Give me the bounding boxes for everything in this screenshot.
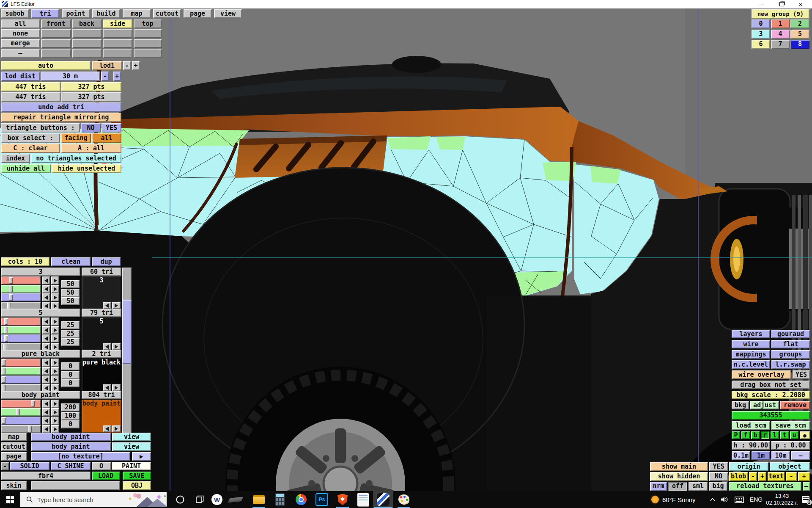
select-none-button[interactable]: none [1, 29, 40, 38]
text-label[interactable]: text [768, 472, 785, 481]
clear-selection-button[interactable]: C : clear [1, 144, 60, 153]
cutout-label[interactable]: cutout [1, 442, 27, 451]
green-slider[interactable] [1, 408, 41, 416]
text-minus-button[interactable]: - [786, 472, 797, 481]
view-front-button[interactable]: front [41, 19, 71, 28]
swatch-prev-button[interactable] [103, 425, 111, 432]
slider-dec-button[interactable] [42, 367, 50, 375]
origin-button[interactable]: origin [729, 462, 768, 471]
view-all-button[interactable]: all [1, 19, 40, 28]
grid-step-minus[interactable]: – [791, 451, 810, 460]
red-value[interactable]: 50 [61, 280, 80, 288]
red-slider[interactable] [1, 359, 41, 367]
swatch-next-button[interactable] [112, 302, 121, 309]
obj-export-button[interactable]: OBJ [123, 481, 151, 490]
group-1-button[interactable]: 1 [771, 19, 790, 28]
menu-tab-tri[interactable]: tri [31, 9, 59, 18]
unhide-all-button[interactable]: unhide all [1, 164, 51, 173]
slider-handle[interactable] [4, 335, 8, 342]
cols-count-button[interactable]: cols : 10 [1, 257, 49, 266]
group-2-button[interactable]: 2 [790, 19, 809, 28]
minimize-button[interactable]: – [756, 0, 769, 8]
group-6-button[interactable]: 6 [752, 40, 770, 49]
menu-tab-view[interactable]: view [214, 9, 242, 18]
page-label[interactable]: page [1, 452, 27, 461]
taskbar-app-chrome[interactable] [291, 491, 311, 508]
taskbar-app-photoshop[interactable]: Ps [312, 491, 332, 508]
slider-dec-button[interactable] [42, 359, 50, 367]
blue-slider[interactable] [1, 375, 41, 384]
menu-tab-build[interactable]: build [92, 9, 120, 18]
text-plus-button[interactable]: + [798, 472, 810, 481]
new-group-title[interactable]: new group (9) [752, 9, 809, 19]
wire-overlay-label[interactable]: wire overlay [732, 370, 791, 379]
red-value[interactable]: 200 [61, 403, 80, 411]
weather-widget[interactable]: 60°F Sunny [651, 491, 706, 508]
repair-triangle-mirroring-button[interactable]: repair triangle mirroring [1, 113, 121, 122]
close-button[interactable]: × [794, 0, 807, 8]
slider-inc-button[interactable] [51, 425, 59, 433]
slider-inc-button[interactable] [51, 285, 59, 293]
blob-label[interactable]: blob [729, 472, 748, 481]
mappings-button[interactable]: mappings [732, 350, 770, 359]
blob-minus-button[interactable]: - [749, 472, 757, 481]
taskbar-app-calculator[interactable] [270, 491, 290, 508]
lod-auto-button[interactable]: auto [1, 61, 91, 70]
nrm-sml-button[interactable]: sml [689, 482, 708, 491]
color-name[interactable]: body paint [1, 391, 80, 399]
object-button[interactable]: object [770, 462, 810, 471]
save-scm-button[interactable]: save scm [771, 421, 810, 430]
menu-tab-cutout[interactable]: cutout [153, 9, 181, 18]
groups-button[interactable]: groups [771, 350, 810, 359]
clean-button[interactable]: clean [51, 257, 91, 266]
lod-dist-value[interactable]: 30 m [41, 72, 100, 81]
group-0-button[interactable]: 0 [752, 19, 770, 28]
view-back-button[interactable]: back [72, 19, 102, 28]
view-preset-l[interactable]: l [771, 431, 779, 439]
slider-dec-button[interactable] [42, 318, 50, 326]
view-preset-b[interactable]: b [751, 431, 760, 439]
taskbar-app-lfs-editor-active[interactable] [373, 491, 393, 508]
slider-inc-button[interactable] [51, 417, 59, 425]
minus-row-button[interactable]: – [1, 49, 40, 58]
slider-inc-button[interactable] [51, 276, 59, 284]
menu-tab-subob[interactable]: subob [1, 9, 29, 18]
taskbar-app-paint[interactable] [394, 491, 414, 508]
slider-inc-button[interactable] [51, 359, 59, 367]
show-hidden-label[interactable]: show hidden [650, 472, 708, 481]
grid-step-10m[interactable]: 10m [771, 451, 790, 460]
view-preset-f[interactable]: f [741, 431, 750, 439]
view-side-button[interactable]: side [103, 19, 132, 28]
group-4-button[interactable]: 4 [771, 30, 790, 39]
swatch-prev-button[interactable] [103, 384, 111, 391]
page-texture-value[interactable]: [no texture] [31, 452, 130, 461]
slider-handle[interactable] [7, 303, 11, 309]
swatch-next-button[interactable] [112, 425, 121, 432]
lod-minus-button[interactable]: - [123, 61, 131, 70]
nrm-button[interactable]: nrm [650, 482, 667, 491]
menu-tab-point[interactable]: point [62, 9, 90, 18]
swatch-prev-button[interactable] [103, 343, 111, 350]
swatch-prev-button[interactable] [103, 302, 111, 309]
slider-handle[interactable] [31, 400, 35, 407]
slider-inc-button[interactable] [51, 408, 59, 416]
map-view-button[interactable]: view [112, 433, 151, 441]
slider-handle[interactable] [4, 327, 8, 333]
load-button[interactable]: LOAD [92, 472, 120, 480]
blue-value[interactable]: 25 [61, 338, 80, 346]
green-slider[interactable] [1, 326, 41, 334]
bkg-adjust-button[interactable]: adjust [750, 401, 779, 409]
gray-slider[interactable] [1, 425, 41, 433]
slider-inc-button[interactable] [51, 334, 59, 342]
view-preset-u[interactable]: u [790, 431, 798, 439]
taskbar-app-keyboard[interactable] [225, 491, 246, 508]
taskbar-app-notepad[interactable] [353, 491, 373, 508]
cortana-button[interactable] [171, 491, 189, 508]
group-5-button[interactable]: 5 [790, 30, 809, 39]
group-8-button[interactable]: 8 [790, 40, 809, 49]
green-value[interactable]: 100 [61, 412, 80, 420]
blue-value[interactable]: 0 [61, 379, 80, 387]
skin-value-field[interactable] [31, 481, 120, 490]
viewport-3d-canvas[interactable] [0, 0, 812, 508]
slider-handle[interactable] [9, 277, 13, 284]
